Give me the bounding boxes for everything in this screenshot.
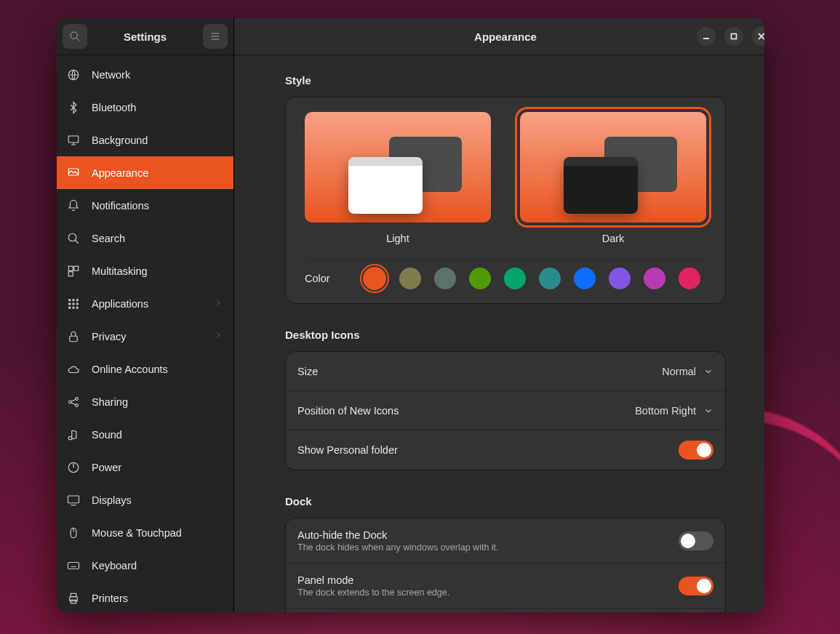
sidebar-item-label: Search [92,233,125,244]
theme-dark[interactable]: Dark [520,112,706,244]
sidebar-item-displays[interactable]: Displays [57,483,233,516]
appearance-icon [67,166,80,180]
hamburger-button[interactable] [203,24,228,49]
svg-point-20 [76,302,78,304]
autohide-sub: The dock hides when any windows overlap … [297,542,499,553]
panel-mode-label: Panel mode [297,574,449,586]
sidebar-item-label: Keyboard [92,560,137,571]
svg-point-22 [73,307,74,308]
sidebar-item-power[interactable]: Power [57,451,233,483]
close-button[interactable] [752,27,764,46]
sidebar-item-label: Background [92,135,148,146]
color-swatch-4[interactable] [504,268,526,289]
sidebar-item-label: Mouse & Touchpad [92,527,182,539]
icon-size-label: Size [297,366,318,377]
theme-label: Light [386,233,409,244]
sidebar-item-notifications[interactable]: Notifications [57,189,233,222]
desktop-icons-heading: Desktop Icons [285,329,726,341]
sidebar-item-label: Power [92,462,121,473]
sidebar-item-appearance[interactable]: Appearance [57,156,233,189]
sidebar-item-privacy[interactable]: Privacy [57,320,233,353]
minimize-icon [702,32,711,41]
bluetooth-icon [67,101,80,114]
autohide-label: Auto-hide the Dock [297,529,499,541]
sound-icon [67,428,80,441]
autohide-toggle[interactable] [679,531,713,550]
dock-extra-row [286,609,725,612]
color-swatch-8[interactable] [644,268,665,289]
show-personal-toggle[interactable] [679,441,713,460]
minimize-button[interactable] [697,27,716,46]
panel-mode-sub: The dock extends to the screen edge. [297,587,449,598]
dock-extra-toggle[interactable] [679,611,713,612]
color-swatch-2[interactable] [434,268,456,289]
icon-size-row[interactable]: Size Normal [286,352,725,391]
search-button[interactable] [63,24,87,49]
dock-card: Auto-hide the Dock The dock hides when a… [285,518,726,612]
svg-line-28 [71,399,76,401]
sidebar-item-network[interactable]: Network [57,58,233,91]
sidebar-item-label: Sound [92,429,122,441]
sidebar-item-label: Notifications [92,200,149,212]
icon-position-label: Position of New Icons [297,405,399,417]
sidebar-item-applications[interactable]: Applications [57,287,233,320]
sidebar-item-multitasking[interactable]: Multitasking [57,254,233,287]
color-swatch-7[interactable] [609,268,631,289]
sidebar-item-label: Bluetooth [92,102,136,113]
printer-icon [67,592,80,605]
share-icon [67,396,80,409]
maximize-button[interactable] [724,27,743,46]
search-icon [67,232,80,245]
sidebar-item-label: Multitasking [92,265,148,277]
color-row: Color [305,259,706,292]
close-icon [757,32,764,41]
svg-point-15 [69,299,71,300]
window-controls [697,18,764,55]
power-icon [67,461,80,474]
chevron-right-icon [213,330,223,342]
color-swatches [363,267,700,290]
displays-icon [67,494,80,507]
style-card: LightDark Color [285,97,726,304]
sidebar-item-search[interactable]: Search [57,222,233,254]
icon-size-value: Normal [662,366,696,377]
color-swatch-1[interactable] [399,268,421,289]
panel-mode-row: Panel mode The dock extends to the scree… [286,563,725,609]
sidebar-nav: NetworkBluetoothBackgroundAppearanceNoti… [57,55,233,612]
color-swatch-6[interactable] [574,268,596,289]
panel-mode-toggle[interactable] [679,577,713,595]
sidebar-item-label: Displays [92,494,132,506]
svg-rect-13 [74,266,79,270]
sidebar-item-bluetooth[interactable]: Bluetooth [57,91,233,124]
show-personal-row: Show Personal folder [286,430,725,470]
sidebar-item-sound[interactable]: Sound [57,418,233,451]
settings-window: Settings NetworkBluetoothBackgroundAppea… [57,18,764,612]
globe-icon [67,68,80,81]
sidebar-item-label: Privacy [92,331,127,342]
sidebar-item-mouse-touchpad[interactable]: Mouse & Touchpad [57,516,233,549]
sidebar-item-printers[interactable]: Printers [57,582,233,612]
svg-point-19 [73,302,74,304]
content-scroll[interactable]: Style LightDark Color Desktop Icons Size… [234,55,764,612]
sidebar-item-online-accounts[interactable]: Online Accounts [57,353,233,385]
sidebar-item-sharing[interactable]: Sharing [57,385,233,418]
sidebar: Settings NetworkBluetoothBackgroundAppea… [57,18,234,612]
color-swatch-5[interactable] [539,268,561,289]
desktop-icons-card: Size Normal Position of New Icons Bottom… [285,351,726,470]
color-swatch-3[interactable] [469,268,491,289]
color-swatch-9[interactable] [679,268,700,289]
svg-line-29 [71,402,76,404]
desktop-icon [67,134,80,147]
sidebar-item-keyboard[interactable]: Keyboard [57,549,233,582]
svg-point-10 [68,233,76,241]
theme-light[interactable]: Light [305,112,491,244]
color-swatch-0[interactable] [363,267,386,290]
hamburger-icon [209,31,221,42]
dock-heading: Dock [285,495,726,507]
svg-rect-45 [71,600,76,603]
icon-position-row[interactable]: Position of New Icons Bottom Right [286,391,725,430]
sidebar-item-background[interactable]: Background [57,124,233,156]
main-panel: Appearance Style LightDark Color Desktop… [234,18,764,612]
svg-rect-47 [732,34,737,39]
svg-rect-37 [68,562,79,569]
